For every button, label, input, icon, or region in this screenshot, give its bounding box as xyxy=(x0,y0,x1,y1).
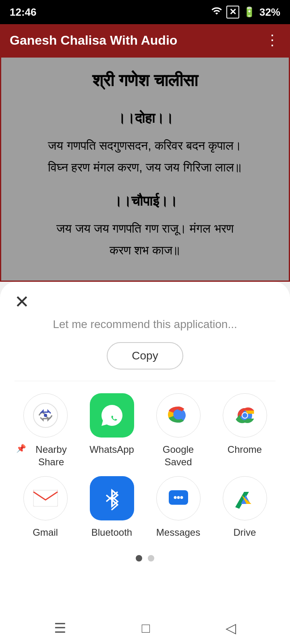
app-item-messages[interactable]: Messages xyxy=(149,476,207,539)
drive-icon xyxy=(223,476,267,520)
bluetooth-label: Bluetooth xyxy=(91,526,132,539)
close-button[interactable]: ✕ xyxy=(14,293,29,311)
app-bar: Ganesh Chalisa With Audio ⋮ xyxy=(0,24,290,56)
nearby-share-icon xyxy=(23,393,68,438)
google-saved-label: GoogleSaved xyxy=(163,443,194,468)
page-dot-2 xyxy=(148,555,154,561)
svg-point-11 xyxy=(177,496,180,499)
app-title: Ganesh Chalisa With Audio xyxy=(10,33,177,48)
whatsapp-icon xyxy=(90,393,134,438)
home-button[interactable]: □ xyxy=(142,620,150,636)
page-dot-1 xyxy=(136,555,142,561)
status-time: 12:46 xyxy=(10,6,37,19)
svg-point-1 xyxy=(44,414,47,417)
share-sheet: ✕ Let me recommend this application... C… xyxy=(0,282,290,644)
chrome-icon xyxy=(223,393,267,438)
chrome-label: Chrome xyxy=(228,443,262,456)
recommend-text: Let me recommend this application... xyxy=(0,318,290,331)
messages-icon xyxy=(156,476,201,520)
menu-button[interactable]: ☰ xyxy=(54,620,66,636)
chalisa-section2: ।।चौपाई।। xyxy=(48,190,242,213)
app-item-bluetooth[interactable]: Bluetooth xyxy=(83,476,141,539)
bottom-nav: ☰ □ ◁ xyxy=(0,612,290,644)
gmail-label: Gmail xyxy=(33,526,58,539)
app-item-nearby-share[interactable]: 📌 Nearby Share xyxy=(16,393,75,468)
svg-point-10 xyxy=(174,496,176,499)
x-icon: ✕ xyxy=(226,6,239,19)
drive-label: Drive xyxy=(233,526,256,539)
status-icons: ✕ 🔋 32% xyxy=(211,5,280,19)
pin-icon: 📌 xyxy=(16,443,26,454)
apps-grid: 📌 Nearby Share WhatsApp xyxy=(0,385,290,547)
back-button[interactable]: ◁ xyxy=(226,620,236,636)
messages-label: Messages xyxy=(156,526,200,539)
chalisa-section1: ।।दोहा।। xyxy=(48,107,242,130)
chalisa-title: श्री गणेश चालीसा xyxy=(48,66,242,95)
svg-point-12 xyxy=(180,496,183,499)
app-item-drive[interactable]: Drive xyxy=(215,476,274,539)
divider xyxy=(14,381,276,381)
pagination-dots xyxy=(0,555,290,561)
content-area: श्री गणेश चालीसा ।।दोहा।। जय गणपति सदगुण… xyxy=(0,56,290,282)
battery-level: 32% xyxy=(259,6,280,19)
app-item-google-saved[interactable]: GoogleSaved xyxy=(149,393,207,468)
chalisa-content: श्री गणेश चालीसा ।।दोहा।। जय गणपति सदगुण… xyxy=(32,54,258,285)
svg-point-4 xyxy=(242,413,247,418)
copy-button[interactable]: Copy xyxy=(107,342,183,369)
chalisa-verse1: जय गणपति सदगुणसदन, करिवर बदन कृपाल।विघ्न… xyxy=(48,135,242,178)
gmail-icon xyxy=(23,476,68,520)
google-saved-icon xyxy=(156,393,201,438)
status-bar: 12:46 ✕ 🔋 32% xyxy=(0,0,290,24)
wifi-icon xyxy=(211,5,222,19)
whatsapp-label: WhatsApp xyxy=(89,443,134,456)
app-item-chrome[interactable]: Chrome xyxy=(215,393,274,468)
nearby-share-label: 📌 Nearby Share xyxy=(16,443,75,468)
app-item-gmail[interactable]: Gmail xyxy=(16,476,75,539)
more-options-icon[interactable]: ⋮ xyxy=(265,32,280,49)
battery-icon: 🔋 xyxy=(243,6,255,18)
svg-rect-5 xyxy=(33,490,58,506)
bluetooth-icon xyxy=(90,476,134,520)
chalisa-verse2: जय जय जय गणपति गण राजू। मंगल भरणकरण शभ क… xyxy=(48,218,242,261)
app-item-whatsapp[interactable]: WhatsApp xyxy=(83,393,141,468)
